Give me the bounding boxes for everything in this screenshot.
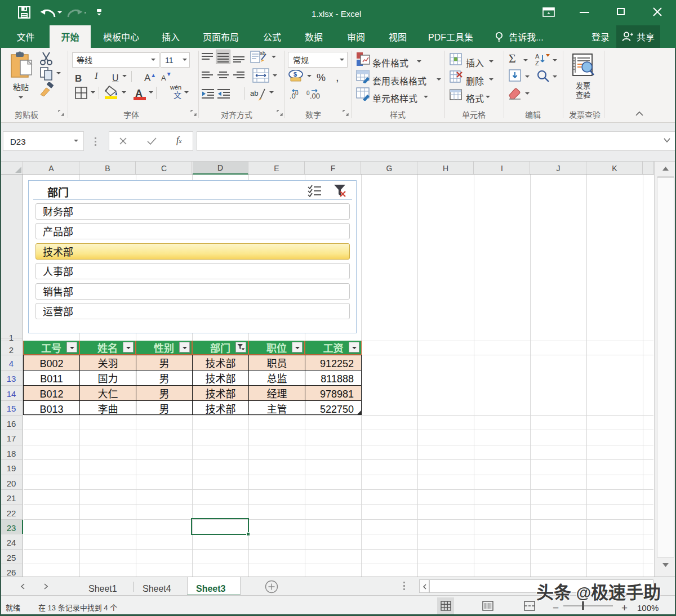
svg-text:$: $ xyxy=(293,71,297,78)
svg-text:Z: Z xyxy=(535,60,539,66)
svg-text:.00: .00 xyxy=(310,92,320,100)
svg-text:A: A xyxy=(535,53,540,60)
svg-text:ab: ab xyxy=(250,89,258,97)
svg-text:文: 文 xyxy=(174,89,181,100)
svg-text:ab: ab xyxy=(260,51,265,56)
